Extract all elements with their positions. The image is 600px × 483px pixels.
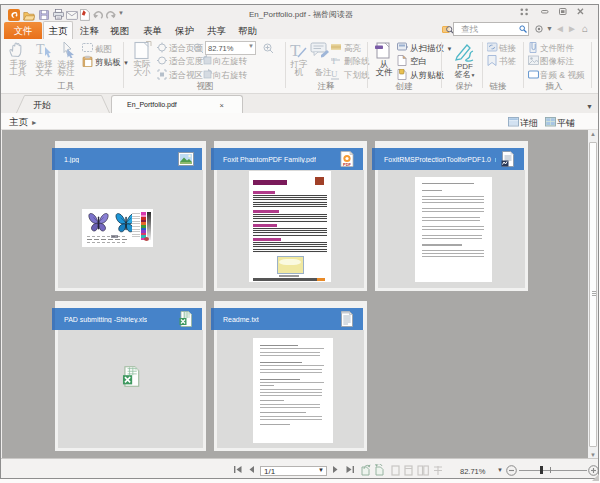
svg-text:T: T xyxy=(331,56,337,66)
svg-text:U: U xyxy=(331,69,338,79)
svg-text:T: T xyxy=(36,42,45,57)
svg-text:PDF: PDF xyxy=(343,162,352,167)
svg-text:T: T xyxy=(290,41,301,60)
